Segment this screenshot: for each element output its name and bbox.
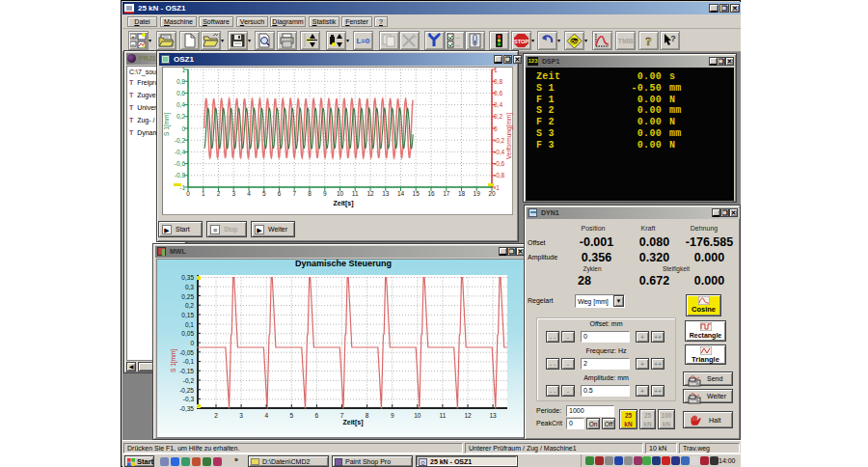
svg-text:?: ?: [670, 34, 676, 43]
svg-text:?: ?: [645, 34, 652, 48]
svg-text:+: +: [131, 34, 135, 40]
svg-text:...: ...: [455, 34, 460, 40]
svg-text:−: −: [131, 41, 135, 47]
svg-text:...: ...: [455, 41, 460, 47]
svg-text:L=0: L=0: [356, 37, 370, 45]
svg-text:On: On: [571, 39, 578, 44]
svg-text:TMB: TMB: [617, 37, 634, 45]
svg-text:STOP: STOP: [514, 39, 529, 44]
